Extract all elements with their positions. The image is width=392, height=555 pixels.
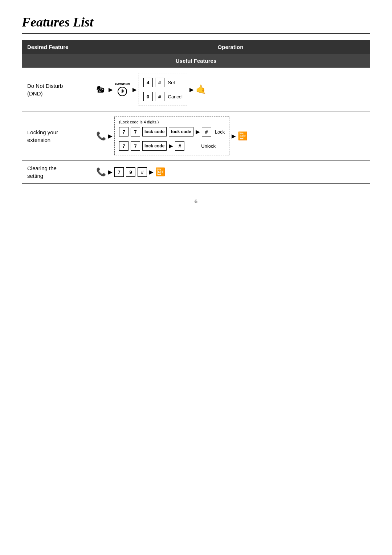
fwd-dnd-button: FWD/DND ①	[115, 83, 130, 96]
key-7-unlock-2: 7	[131, 141, 140, 151]
table-row: Do Not Disturb(DND) ☎ ▶ FWD/DND	[22, 68, 370, 111]
feature-label-dnd: Do Not Disturb(DND)	[22, 68, 91, 111]
fwd-dnd-label: FWD/DND	[115, 82, 130, 86]
arrow-lock-1: ▶	[108, 133, 112, 139]
fwd-dnd-circle-icon: ①	[118, 87, 127, 96]
operation-clear: 📞 ▶ 7 9 # ▶ 📴	[91, 161, 370, 184]
features-table: Desired Feature Operation Useful Feature…	[22, 40, 370, 184]
key-0: 0	[143, 92, 153, 101]
table-header-row: Desired Feature Operation	[22, 40, 370, 54]
operation-header: Operation	[91, 40, 370, 54]
title-divider	[22, 33, 370, 34]
svg-text:🤙: 🤙	[196, 84, 207, 94]
dnd-keys-box: 4 # Set 0 # Cancel	[139, 73, 187, 106]
key-hash-clear: #	[138, 167, 147, 177]
arrow-lock-3: ▶	[169, 143, 173, 149]
key-4: 4	[143, 78, 153, 87]
operation-lock: 📞 ▶ (Lock code is 4 digits.) 7 7 lock co…	[91, 111, 370, 161]
key-9-clear: 9	[126, 167, 135, 177]
intercom-phone-icon-lock: 📞	[96, 131, 106, 141]
arrow-clear-1: ▶	[108, 169, 112, 175]
cancel-label: Cancel	[168, 94, 183, 99]
arrow-icon-2: ▶	[132, 87, 136, 93]
table-row: Locking yourextension 📞 ▶ (Lock code is …	[22, 111, 370, 161]
lock-keys-box: (Lock code is 4 digits.) 7 7 lock code l…	[114, 117, 229, 155]
feature-label-lock: Locking yourextension	[22, 111, 91, 161]
lock-code-note: (Lock code is 4 digits.)	[119, 120, 225, 124]
table-row: Clearing thesetting 📞 ▶ 7 9 # ▶ 📴	[22, 161, 370, 184]
lock-label: Lock	[215, 129, 225, 135]
page-number: – 6 –	[22, 198, 370, 204]
unlock-label: Unlock	[201, 143, 216, 149]
useful-features-subheader: Useful Features	[22, 54, 370, 68]
intercom-phone-icon: ☎	[96, 86, 106, 94]
key-lockcode-2: lock code	[169, 127, 193, 136]
key-hash-unlock: #	[175, 141, 184, 151]
arrow-icon-3: ▶	[189, 87, 193, 93]
hangup-icon-clear: 📴	[155, 167, 165, 177]
key-hash-lock: #	[202, 127, 211, 136]
arrow-lock-2: ▶	[196, 129, 200, 135]
key-7-lock-2: 7	[131, 127, 140, 136]
key-7-lock-1: 7	[119, 127, 128, 136]
intercom-phone-icon-clear: 📞	[96, 167, 106, 177]
svg-text:☎: ☎	[96, 86, 105, 93]
feature-label-clear: Clearing thesetting	[22, 161, 91, 184]
desired-feature-header: Desired Feature	[22, 40, 91, 54]
set-label: Set	[168, 80, 175, 85]
key-7-unlock-1: 7	[119, 141, 128, 151]
key-hash-cancel: #	[155, 92, 164, 101]
operation-dnd: ☎ ▶ FWD/DND ① ▶ 4	[91, 68, 370, 111]
page-title: Features List	[22, 15, 370, 30]
key-lockcode-1: lock code	[142, 127, 167, 136]
key-hash-set: #	[155, 78, 164, 87]
key-7-clear: 7	[114, 167, 124, 177]
subheader-row: Useful Features	[22, 54, 370, 68]
hangup-icon-dnd: 🤙	[196, 84, 207, 95]
key-lockcode-3: lock code	[142, 141, 167, 151]
arrow-lock-4: ▶	[232, 133, 236, 139]
hangup-icon-lock: 📴	[238, 131, 248, 141]
arrow-clear-2: ▶	[149, 169, 153, 175]
arrow-icon-1: ▶	[109, 87, 113, 93]
